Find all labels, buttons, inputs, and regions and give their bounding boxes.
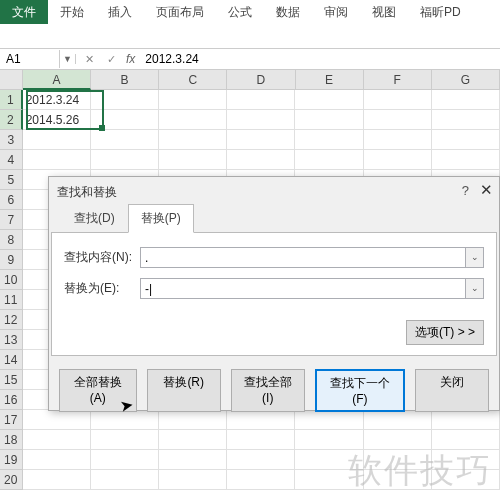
close-button[interactable]: 关闭 bbox=[415, 369, 489, 412]
col-header-c[interactable]: C bbox=[159, 70, 227, 90]
find-dropdown-icon[interactable]: ⌄ bbox=[466, 247, 484, 268]
row-header[interactable]: 14 bbox=[0, 350, 23, 370]
row-header[interactable]: 18 bbox=[0, 430, 23, 450]
select-all-corner[interactable] bbox=[0, 70, 23, 90]
cell[interactable] bbox=[91, 470, 159, 490]
close-icon[interactable]: ✕ bbox=[480, 181, 493, 199]
cell[interactable] bbox=[91, 430, 159, 450]
cell[interactable] bbox=[91, 150, 159, 170]
cell[interactable] bbox=[432, 470, 500, 490]
cell[interactable] bbox=[159, 450, 227, 470]
col-header-a[interactable]: A bbox=[23, 70, 91, 90]
cell[interactable] bbox=[91, 130, 159, 150]
cell[interactable] bbox=[159, 90, 227, 110]
col-header-g[interactable]: G bbox=[432, 70, 500, 90]
cell[interactable] bbox=[91, 450, 159, 470]
find-next-button[interactable]: 查找下一个(F) bbox=[315, 369, 405, 412]
tab-review[interactable]: 审阅 bbox=[312, 0, 360, 24]
cell[interactable] bbox=[432, 410, 500, 430]
row-header[interactable]: 8 bbox=[0, 230, 23, 250]
cell[interactable] bbox=[23, 450, 91, 470]
cell[interactable] bbox=[295, 430, 363, 450]
tab-data[interactable]: 数据 bbox=[264, 0, 312, 24]
cell[interactable] bbox=[227, 450, 295, 470]
cell[interactable] bbox=[364, 90, 432, 110]
cell[interactable] bbox=[23, 130, 91, 150]
row-header[interactable]: 1 bbox=[0, 90, 23, 110]
replace-dropdown-icon[interactable]: ⌄ bbox=[466, 278, 484, 299]
dialog-title-bar[interactable]: 查找和替换 ? ✕ bbox=[49, 177, 499, 207]
cell[interactable] bbox=[295, 110, 363, 130]
tab-foxit[interactable]: 福昕PD bbox=[408, 0, 473, 24]
cell[interactable] bbox=[432, 430, 500, 450]
row-header[interactable]: 9 bbox=[0, 250, 23, 270]
cell[interactable]: 2014.5.26 bbox=[23, 110, 91, 130]
row-header[interactable]: 5 bbox=[0, 170, 23, 190]
tab-file[interactable]: 文件 bbox=[0, 0, 48, 24]
col-header-f[interactable]: F bbox=[364, 70, 432, 90]
cell[interactable] bbox=[432, 450, 500, 470]
tab-formula[interactable]: 公式 bbox=[216, 0, 264, 24]
cell[interactable] bbox=[91, 90, 159, 110]
cell[interactable] bbox=[364, 110, 432, 130]
row-header[interactable]: 10 bbox=[0, 270, 23, 290]
replace-button[interactable]: 替换(R) bbox=[147, 369, 221, 412]
row-header[interactable]: 17 bbox=[0, 410, 23, 430]
replace-input[interactable] bbox=[140, 278, 466, 299]
cell[interactable] bbox=[432, 90, 500, 110]
row-header[interactable]: 7 bbox=[0, 210, 23, 230]
name-box[interactable]: A1 bbox=[0, 50, 60, 68]
cell[interactable] bbox=[295, 90, 363, 110]
row-header[interactable]: 11 bbox=[0, 290, 23, 310]
cell[interactable] bbox=[364, 450, 432, 470]
tab-layout[interactable]: 页面布局 bbox=[144, 0, 216, 24]
find-input[interactable] bbox=[140, 247, 466, 268]
cell[interactable] bbox=[23, 150, 91, 170]
cell[interactable] bbox=[364, 130, 432, 150]
cell[interactable] bbox=[364, 150, 432, 170]
cell[interactable] bbox=[227, 110, 295, 130]
tab-home[interactable]: 开始 bbox=[48, 0, 96, 24]
formula-input[interactable] bbox=[143, 50, 343, 68]
cell[interactable] bbox=[159, 410, 227, 430]
cell[interactable] bbox=[432, 130, 500, 150]
tab-find[interactable]: 查找(D) bbox=[61, 204, 128, 233]
cell[interactable] bbox=[227, 410, 295, 430]
row-header[interactable]: 16 bbox=[0, 390, 23, 410]
cell[interactable] bbox=[227, 90, 295, 110]
row-header[interactable]: 6 bbox=[0, 190, 23, 210]
row-header[interactable]: 13 bbox=[0, 330, 23, 350]
find-all-button[interactable]: 查找全部(I) bbox=[231, 369, 305, 412]
cell[interactable] bbox=[159, 150, 227, 170]
row-header[interactable]: 4 bbox=[0, 150, 23, 170]
cell[interactable] bbox=[91, 110, 159, 130]
row-header[interactable]: 12 bbox=[0, 310, 23, 330]
row-header[interactable]: 20 bbox=[0, 470, 23, 490]
cell[interactable] bbox=[159, 430, 227, 450]
col-header-e[interactable]: E bbox=[296, 70, 364, 90]
cell[interactable] bbox=[159, 470, 227, 490]
row-header[interactable]: 3 bbox=[0, 130, 23, 150]
row-header[interactable]: 15 bbox=[0, 370, 23, 390]
cell[interactable] bbox=[295, 410, 363, 430]
cell[interactable] bbox=[23, 430, 91, 450]
confirm-icon[interactable]: ✓ bbox=[104, 53, 118, 66]
cell[interactable]: 2012.3.24 bbox=[23, 90, 91, 110]
row-header[interactable]: 2 bbox=[0, 110, 23, 130]
col-header-d[interactable]: D bbox=[227, 70, 295, 90]
fx-icon[interactable]: fx bbox=[126, 52, 135, 66]
cell[interactable] bbox=[432, 150, 500, 170]
cell[interactable] bbox=[432, 110, 500, 130]
cell[interactable] bbox=[23, 470, 91, 490]
cell[interactable] bbox=[227, 130, 295, 150]
cell[interactable] bbox=[159, 110, 227, 130]
tab-replace[interactable]: 替换(P) bbox=[128, 204, 194, 233]
cell[interactable] bbox=[23, 410, 91, 430]
name-box-dropdown-icon[interactable]: ▼ bbox=[60, 54, 76, 64]
cell[interactable] bbox=[364, 430, 432, 450]
cell[interactable] bbox=[364, 410, 432, 430]
cancel-icon[interactable]: ✕ bbox=[82, 53, 96, 66]
cell[interactable] bbox=[227, 150, 295, 170]
row-header[interactable]: 19 bbox=[0, 450, 23, 470]
cell[interactable] bbox=[364, 470, 432, 490]
